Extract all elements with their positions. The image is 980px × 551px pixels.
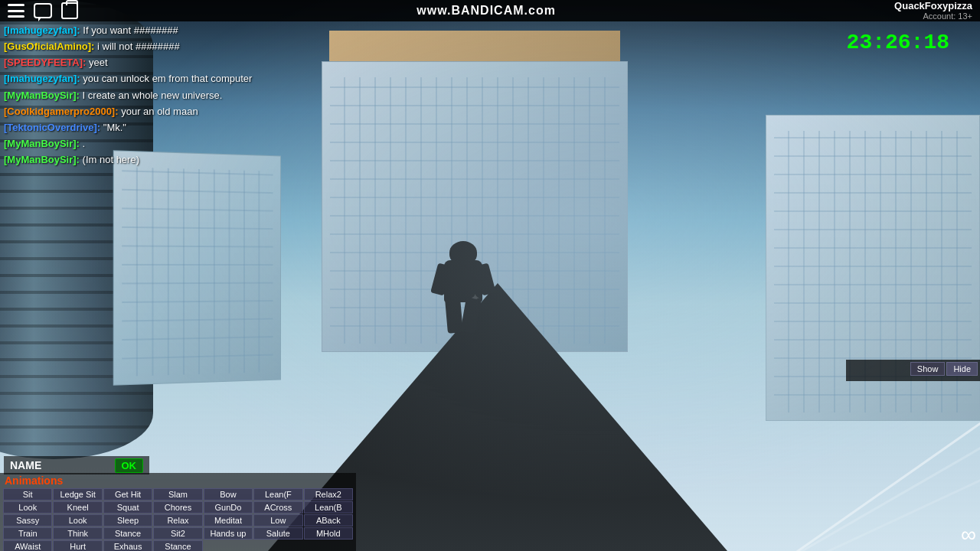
anim-cell[interactable]: MHold: [304, 527, 353, 540]
anim-cell[interactable]: Ledge Sit: [53, 488, 102, 500]
chat-line: [MyManBoySir]: I create an whole new uni…: [4, 88, 302, 103]
name-bar: NAME OK: [4, 456, 149, 474]
account-info: Account: 13+: [923, 11, 972, 21]
chat-line: [SPEEDYFEETA]: yeet: [4, 55, 302, 70]
location-list: [846, 378, 980, 381]
chat-line: [TektonicOverdrive]: "Mk.": [4, 120, 302, 135]
anim-cell[interactable]: Lean(B: [304, 501, 353, 514]
chat-line: [Coolkidgamerpro2000]: your an old maan: [4, 104, 302, 119]
animations-title: Animations: [0, 473, 356, 488]
anim-cell[interactable]: Squat: [103, 501, 152, 514]
anim-cell[interactable]: AWaist: [3, 540, 52, 551]
anim-cell[interactable]: Hands up: [204, 527, 253, 540]
anim-cell[interactable]: Look: [3, 501, 52, 514]
anim-cell[interactable]: Meditat: [204, 514, 253, 527]
hide-button[interactable]: Hide: [946, 362, 978, 376]
menu-icon[interactable]: [8, 4, 24, 18]
anim-cell[interactable]: Kneel: [53, 501, 102, 514]
top-bar-left: [8, 2, 78, 19]
ok-button[interactable]: OK: [115, 458, 144, 473]
animations-panel: Animations SitLedge SitGet HitSlamBowLea…: [0, 473, 356, 551]
anim-cell[interactable]: Think: [53, 527, 102, 540]
anim-cell[interactable]: Relax: [153, 514, 202, 527]
anim-cell[interactable]: Train: [3, 527, 52, 540]
top-bar: www.BANDICAM.com QuackFoxypizza Account:…: [0, 0, 980, 21]
anim-cell[interactable]: Stance: [153, 540, 202, 551]
username: QuackFoxypizza: [894, 0, 972, 11]
anim-cell[interactable]: GunDo: [204, 501, 253, 514]
user-info: QuackFoxypizza Account: 13+: [894, 0, 972, 21]
player-character: ✦: [433, 237, 494, 337]
show-button[interactable]: Show: [910, 362, 946, 376]
anim-cell[interactable]: ACross: [253, 501, 302, 514]
building-left: [113, 150, 281, 385]
anim-cell[interactable]: Get Hit: [103, 488, 152, 500]
show-hide-row: Show Hide: [846, 360, 980, 378]
right-panel: Show Hide: [846, 360, 980, 381]
anim-cell[interactable]: Sit2: [153, 527, 202, 540]
animations-grid: SitLedge SitGet HitSlamBowLean(FRelax2Lo…: [0, 488, 356, 549]
chat-line: [Imahugezyfan]: If you want ########: [4, 23, 302, 38]
chat-line: [GusOficialAmino]: i will not ########: [4, 39, 302, 54]
anim-cell[interactable]: Slam: [153, 488, 202, 500]
backpack-icon[interactable]: [61, 2, 78, 19]
anim-cell[interactable]: Lean(F: [253, 488, 302, 500]
web-lines: [674, 321, 980, 551]
chat-line: [MyManBoySir]: (Im not here): [4, 152, 302, 168]
infinity-icon: ∞: [961, 523, 976, 547]
chat-line: [Imahugezyfan]: you can unlock em from t…: [4, 71, 302, 86]
anim-cell[interactable]: Exhaus: [103, 540, 152, 551]
anim-cell[interactable]: Bow: [204, 488, 253, 500]
anim-cell[interactable]: ABack: [304, 514, 353, 527]
chat-overlay: [Imahugezyfan]: If you want ########[Gus…: [4, 23, 302, 168]
anim-cell[interactable]: Hurt: [53, 540, 102, 551]
anim-cell[interactable]: Look: [53, 514, 102, 527]
name-label: NAME: [10, 459, 115, 471]
anim-cell[interactable]: Low: [253, 514, 302, 527]
anim-cell[interactable]: Stance: [103, 527, 152, 540]
anim-cell[interactable]: Relax2: [304, 488, 353, 500]
chat-icon[interactable]: [34, 3, 52, 18]
chat-line: [MyManBoySir]: .: [4, 136, 302, 152]
anim-cell[interactable]: Sassy: [3, 514, 52, 527]
timer: 23:26:18: [847, 31, 949, 54]
anim-cell[interactable]: Sleep: [103, 514, 152, 527]
anim-cell[interactable]: Chores: [153, 501, 202, 514]
anim-cell[interactable]: Salute: [253, 527, 302, 540]
anim-cell[interactable]: Sit: [3, 488, 52, 500]
brand-logo: www.BANDICAM.com: [416, 4, 556, 18]
